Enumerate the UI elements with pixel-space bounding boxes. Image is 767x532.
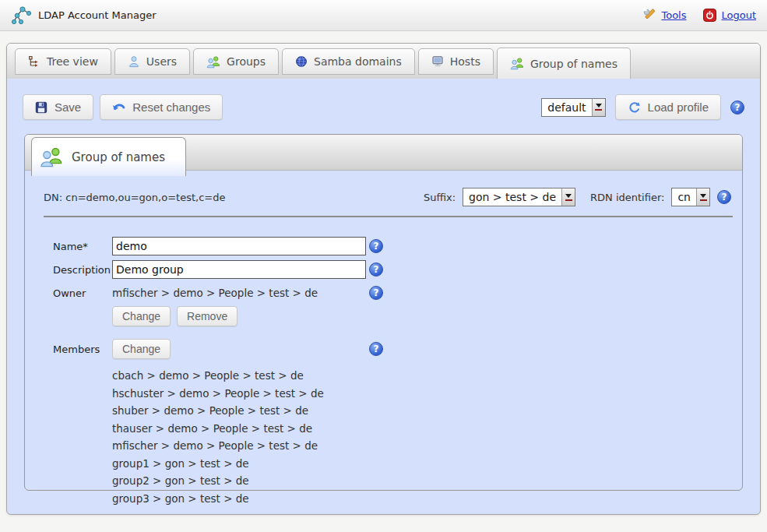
- rdn-select[interactable]: cn: [671, 188, 710, 206]
- profile-select-value: default: [542, 99, 591, 116]
- lam-application-window: LDAP Account Manager Tools: [0, 0, 767, 532]
- owner-value: mfischer > demo > People > test > de: [112, 287, 369, 299]
- members-help-icon[interactable]: ?: [369, 342, 383, 356]
- description-row: Description ?: [53, 259, 733, 280]
- owner-row: Owner mfischer > demo > People > test > …: [53, 283, 733, 303]
- profile-select[interactable]: default: [541, 98, 605, 117]
- refresh-arrow-icon: [628, 100, 641, 114]
- toolbar-help-icon[interactable]: ?: [730, 100, 744, 115]
- owner-remove-button[interactable]: Remove: [177, 306, 237, 326]
- suffix-select[interactable]: gon > test > de: [463, 188, 575, 206]
- tab-samba-domains[interactable]: Samba domains: [282, 48, 415, 75]
- suffix-label: Suffix:: [424, 192, 456, 203]
- tab-users-label: Users: [146, 55, 177, 68]
- top-header: LDAP Account Manager Tools: [0, 0, 767, 31]
- tab-groups-label: Groups: [227, 55, 266, 68]
- tools-link[interactable]: Tools: [643, 9, 686, 22]
- dn-controls: Suffix: gon > test > de RDN identifier: …: [424, 188, 731, 206]
- logout-label: Logout: [721, 9, 756, 21]
- group-of-names-panel: Group of names DN: cn=demo,ou=gon,o=test…: [24, 134, 743, 491]
- select-arrow-icon: [592, 99, 605, 116]
- app-title: LDAP Account Manager: [38, 9, 157, 21]
- members-change-button[interactable]: Change: [112, 339, 171, 359]
- tab-samba-domains-label: Samba domains: [314, 55, 402, 68]
- member-item: shuber > demo > People > test > de: [112, 402, 733, 420]
- member-item: cbach > demo > People > test > de: [112, 367, 733, 385]
- wrench-icon: [643, 9, 656, 22]
- save-button[interactable]: Save: [23, 94, 93, 120]
- tree-view-icon: [28, 55, 40, 68]
- group-icon: [510, 57, 524, 70]
- tab-group-of-names[interactable]: Group of names: [497, 48, 631, 79]
- tab-group-of-names-label: Group of names: [530, 58, 617, 70]
- description-input[interactable]: [112, 260, 366, 279]
- name-label: Name*: [53, 241, 112, 252]
- member-item: hschuster > demo > People > test > de: [112, 385, 733, 403]
- dn-row: DN: cn=demo,ou=gon,o=test,c=de Suffix: g…: [34, 180, 733, 216]
- description-label: Description: [53, 264, 112, 276]
- owner-change-label: Change: [122, 310, 160, 322]
- tab-tree-view-label: Tree view: [47, 55, 98, 68]
- description-help-icon[interactable]: ?: [369, 262, 383, 277]
- profile-controls: default Load profile ?: [541, 94, 744, 120]
- reset-changes-button[interactable]: Reset changes: [100, 94, 223, 120]
- logout-link[interactable]: Logout: [703, 9, 756, 22]
- suffix-select-value: gon > test > de: [463, 188, 561, 206]
- member-item: thauser > demo > People > test > de: [112, 420, 733, 438]
- group-form: Name* ? Description ? Owne: [34, 217, 733, 507]
- member-item: group2 > gon > test > de: [112, 472, 733, 490]
- tab-hosts-label: Hosts: [450, 55, 480, 68]
- members-row: Members Change ?: [53, 339, 733, 359]
- owner-label: Owner: [53, 287, 112, 299]
- members-list: cbach > demo > People > test > de hschus…: [112, 367, 733, 507]
- member-item: mfischer > demo > People > test > de: [112, 437, 733, 455]
- tab-groups[interactable]: Groups: [193, 48, 279, 75]
- owner-buttons-row: Change Remove: [53, 306, 733, 326]
- save-label: Save: [55, 100, 81, 114]
- lam-logo-icon: [11, 5, 31, 26]
- floppy-disk-icon: [35, 101, 47, 114]
- members-label: Members: [53, 344, 112, 355]
- member-item: group3 > gon > test > de: [112, 490, 733, 508]
- panel-tab-label: Group of names: [72, 150, 165, 164]
- load-profile-label: Load profile: [648, 100, 709, 114]
- name-input[interactable]: [112, 237, 366, 255]
- rdn-label: RDN identifier:: [590, 192, 664, 203]
- member-item: group1 > gon > test > de: [112, 455, 733, 473]
- members-change-label: Change: [122, 343, 160, 355]
- tab-hosts[interactable]: Hosts: [418, 48, 494, 75]
- user-icon: [128, 55, 140, 68]
- panel-tab-group-of-names[interactable]: Group of names: [31, 137, 186, 176]
- rdn-select-value: cn: [672, 188, 696, 206]
- undo-arrow-icon: [112, 101, 125, 113]
- group-icon: [206, 55, 220, 69]
- panel-body: DN: cn=demo,ou=gon,o=test,c=de Suffix: g…: [25, 171, 742, 507]
- power-off-icon: [703, 9, 716, 22]
- owner-help-icon[interactable]: ?: [369, 286, 383, 300]
- owner-remove-label: Remove: [187, 310, 227, 322]
- load-profile-button[interactable]: Load profile: [615, 94, 721, 120]
- tab-users[interactable]: Users: [114, 48, 190, 75]
- owner-change-button[interactable]: Change: [112, 306, 171, 326]
- header-actions: Tools Logout: [643, 9, 756, 22]
- group-icon: [40, 146, 63, 168]
- module-tabbar: Tree view Users: [7, 44, 760, 79]
- name-row: Name* ?: [53, 236, 733, 256]
- main-container: Tree view Users: [6, 43, 761, 515]
- reset-changes-label: Reset changes: [132, 100, 210, 114]
- globe-icon: [295, 55, 308, 68]
- dn-text: DN: cn=demo,ou=gon,o=test,c=de: [44, 192, 225, 203]
- select-arrow-icon: [561, 188, 575, 206]
- action-toolbar: Save Reset changes default: [7, 79, 760, 134]
- host-monitor-icon: [431, 55, 444, 68]
- name-help-icon[interactable]: ?: [369, 239, 383, 253]
- rdn-help-icon[interactable]: ?: [717, 190, 731, 204]
- select-arrow-icon: [696, 188, 709, 206]
- tools-label: Tools: [661, 9, 686, 21]
- tab-tree-view[interactable]: Tree view: [15, 48, 111, 75]
